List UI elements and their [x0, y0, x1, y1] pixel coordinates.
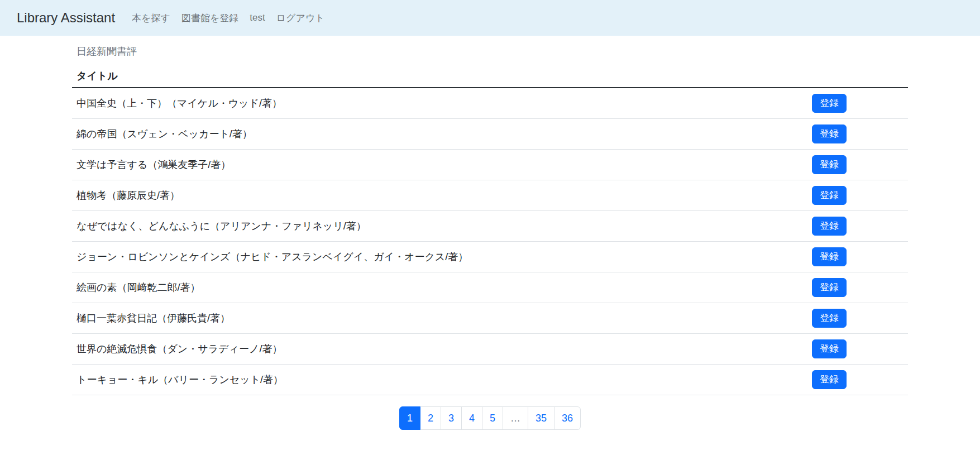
books-table-body: 中国全史（上・下）（マイケル・ウッド/著） 登録 綿の帝国（スヴェン・ベッカート… [72, 88, 908, 395]
book-title-cell: 植物考（藤原辰史/著） [72, 180, 807, 211]
table-row: トーキョー・キル（バリー・ランセット/著） 登録 [72, 365, 908, 395]
page-item-35[interactable]: 35 [528, 406, 554, 430]
page-subtitle: 日経新聞書評 [72, 45, 908, 58]
action-cell: 登録 [807, 242, 908, 272]
nav-link-test[interactable]: test [244, 8, 270, 28]
page-item-1[interactable]: 1 [399, 406, 420, 430]
page-item-5[interactable]: 5 [482, 406, 503, 430]
page-item-36[interactable]: 36 [554, 406, 581, 430]
table-row: 絵画の素（岡﨑乾二郎/著） 登録 [72, 272, 908, 303]
page-item-…: … [503, 406, 528, 430]
brand-link[interactable]: Library Assistant [17, 10, 115, 26]
book-title: なぜではなく、どんなふうに（アリアンナ・ファリネッリ/著） [77, 221, 366, 232]
table-header-row: タイトル [72, 65, 908, 88]
register-button[interactable]: 登録 [812, 155, 847, 174]
book-title: 植物考（藤原辰史/著） [77, 190, 180, 201]
book-title: 絵画の素（岡﨑乾二郎/著） [77, 282, 200, 293]
book-title: 中国全史（上・下）（マイケル・ウッド/著） [77, 98, 282, 109]
nav-link-ログアウト[interactable]: ログアウト [271, 7, 331, 29]
book-title-cell: 樋口一葉赤貧日記（伊藤氏貴/著） [72, 303, 807, 334]
action-cell: 登録 [807, 180, 908, 211]
navbar-links: 本を探す 図書館を登録 test ログアウト [126, 7, 331, 29]
book-title-cell: ジョーン・ロビンソンとケインズ（ナヒド・アスランベイグイ、ガイ・オークス/著） [72, 242, 807, 272]
book-title: ジョーン・ロビンソンとケインズ（ナヒド・アスランベイグイ、ガイ・オークス/著） [77, 251, 468, 262]
register-button[interactable]: 登録 [812, 186, 847, 205]
action-cell: 登録 [807, 211, 908, 242]
page-item-3[interactable]: 3 [441, 406, 462, 430]
table-row: 世界の絶滅危惧食（ダン・サラディーノ/著） 登録 [72, 334, 908, 365]
book-title-cell: 文学は予言する（鴻巣友季子/著） [72, 150, 807, 180]
table-row: ジョーン・ロビンソンとケインズ（ナヒド・アスランベイグイ、ガイ・オークス/著） … [72, 242, 908, 272]
page-item-4[interactable]: 4 [462, 406, 482, 430]
page-item-2[interactable]: 2 [420, 406, 441, 430]
books-table: タイトル 中国全史（上・下）（マイケル・ウッド/著） 登録 綿の帝国（スヴェン・… [72, 65, 908, 395]
table-row: 文学は予言する（鴻巣友季子/著） 登録 [72, 150, 908, 180]
action-cell: 登録 [807, 150, 908, 180]
table-row: 中国全史（上・下）（マイケル・ウッド/著） 登録 [72, 88, 908, 119]
register-button[interactable]: 登録 [812, 278, 847, 297]
book-title: 世界の絶滅危惧食（ダン・サラディーノ/著） [77, 343, 282, 355]
register-button[interactable]: 登録 [812, 370, 847, 389]
book-title: 樋口一葉赤貧日記（伊藤氏貴/著） [77, 313, 230, 324]
register-button[interactable]: 登録 [812, 309, 847, 328]
action-column-header [807, 65, 908, 88]
pagination-list: 1 2 3 4 5 … 35 36 [399, 406, 581, 430]
book-title-cell: 綿の帝国（スヴェン・ベッカート/著） [72, 119, 807, 150]
navbar: Library Assistant 本を探す 図書館を登録 test ログアウト [0, 0, 980, 36]
action-cell: 登録 [807, 365, 908, 395]
book-title: 文学は予言する（鴻巣友季子/著） [77, 159, 231, 170]
nav-link-図書館を登録[interactable]: 図書館を登録 [176, 7, 244, 29]
pagination: 1 2 3 4 5 … 35 36 [72, 406, 908, 430]
action-cell: 登録 [807, 272, 908, 303]
register-button[interactable]: 登録 [812, 247, 847, 266]
table-row: 植物考（藤原辰史/著） 登録 [72, 180, 908, 211]
book-title: トーキョー・キル（バリー・ランセット/著） [77, 374, 283, 385]
table-row: なぜではなく、どんなふうに（アリアンナ・ファリネッリ/著） 登録 [72, 211, 908, 242]
register-button[interactable]: 登録 [812, 94, 847, 113]
register-button[interactable]: 登録 [812, 124, 847, 143]
table-row: 綿の帝国（スヴェン・ベッカート/著） 登録 [72, 119, 908, 150]
action-cell: 登録 [807, 119, 908, 150]
book-title-cell: トーキョー・キル（バリー・ランセット/著） [72, 365, 807, 395]
book-title-cell: 絵画の素（岡﨑乾二郎/著） [72, 272, 807, 303]
register-button[interactable]: 登録 [812, 339, 847, 358]
book-title-cell: 世界の絶滅危惧食（ダン・サラディーノ/著） [72, 334, 807, 365]
book-title-cell: なぜではなく、どんなふうに（アリアンナ・ファリネッリ/著） [72, 211, 807, 242]
action-cell: 登録 [807, 303, 908, 334]
title-column-header: タイトル [72, 65, 807, 88]
table-row: 樋口一葉赤貧日記（伊藤氏貴/著） 登録 [72, 303, 908, 334]
action-cell: 登録 [807, 88, 908, 119]
book-title: 綿の帝国（スヴェン・ベッカート/著） [77, 128, 252, 140]
action-cell: 登録 [807, 334, 908, 365]
register-button[interactable]: 登録 [812, 217, 847, 236]
nav-link-本を探す[interactable]: 本を探す [126, 7, 176, 29]
book-title-cell: 中国全史（上・下）（マイケル・ウッド/著） [72, 88, 807, 119]
main-content: 日経新聞書評 タイトル 中国全史（上・下）（マイケル・ウッド/著） 登録 綿の帝… [72, 45, 908, 430]
